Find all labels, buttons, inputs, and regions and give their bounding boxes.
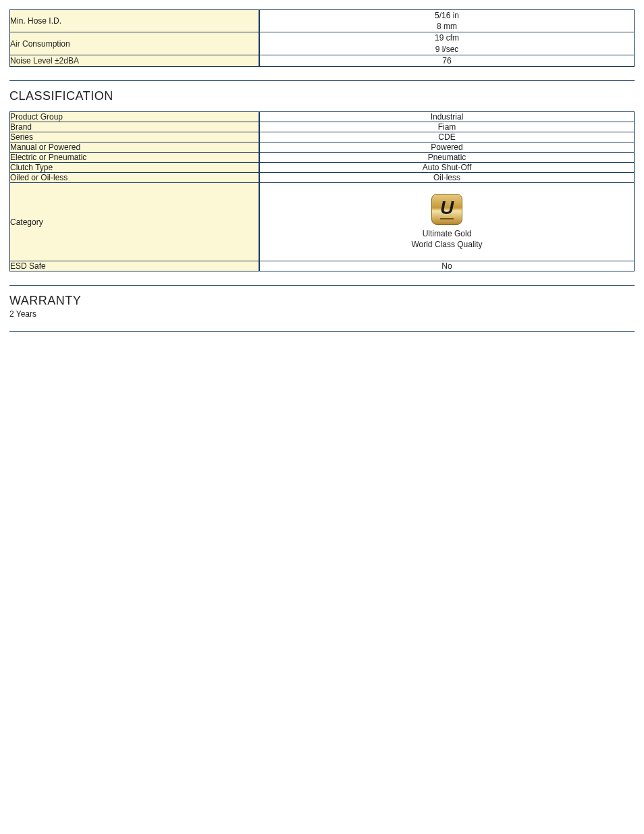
badge-caption-line: Ultimate Gold — [411, 229, 482, 240]
table-row: CategoryUUltimate GoldWorld Class Qualit… — [9, 183, 635, 261]
warranty-text: 2 Years — [9, 309, 635, 319]
spec-value-line: 19 cfm — [260, 32, 634, 43]
spec-label: Min. Hose I.D. — [9, 9, 259, 32]
classification-label: Electric or Pneumatic — [9, 153, 259, 163]
table-row: Min. Hose I.D.5/16 in8 mm — [9, 9, 635, 32]
classification-label: Series — [9, 132, 259, 142]
spec-value-line: 9 l/sec — [260, 44, 634, 55]
classification-value: Oil-less — [259, 173, 635, 183]
classification-label: Product Group — [9, 111, 259, 122]
table-row: Noise Level ±2dBA76 — [9, 55, 635, 67]
badge-letter: U — [440, 199, 454, 219]
table-row: Clutch TypeAuto Shut-Off — [9, 163, 635, 173]
table-row: SeriesCDE — [9, 132, 635, 142]
classification-value: Fiam — [259, 122, 635, 132]
ultimate-gold-icon: U — [431, 194, 462, 225]
classification-label: Manual or Powered — [9, 142, 259, 153]
classification-table: Product GroupIndustrialBrandFiamSeriesCD… — [9, 111, 635, 271]
table-row: BrandFiam — [9, 122, 635, 132]
spec-label: Air Consumption — [9, 32, 259, 55]
spec-value: 19 cfm9 l/sec — [259, 32, 635, 55]
classification-value: Pneumatic — [259, 153, 635, 163]
top-specs-table: Min. Hose I.D.5/16 in8 mmAir Consumption… — [9, 9, 635, 67]
classification-value: UUltimate GoldWorld Class Quality — [259, 183, 635, 261]
table-row: Oiled or Oil-lessOil-less — [9, 173, 635, 183]
badge-caption: Ultimate GoldWorld Class Quality — [411, 229, 482, 250]
table-row: Product GroupIndustrial — [9, 111, 635, 122]
warranty-heading: WARRANTY — [9, 294, 635, 308]
spec-value: 5/16 in8 mm — [259, 9, 635, 32]
warranty-block: WARRANTY 2 Years — [9, 294, 635, 319]
spec-value-line: 76 — [260, 55, 634, 66]
classification-label: ESD Safe — [9, 261, 259, 271]
classification-value: Industrial — [259, 111, 635, 122]
spec-value-line: 8 mm — [260, 21, 634, 32]
classification-value: Auto Shut-Off — [259, 163, 635, 173]
classification-label: Category — [9, 183, 259, 261]
classification-label: Clutch Type — [9, 163, 259, 173]
classification-label: Brand — [9, 122, 259, 132]
classification-heading: CLASSIFICATION — [9, 89, 635, 103]
section-divider — [9, 285, 635, 286]
table-row: Manual or PoweredPowered — [9, 142, 635, 153]
table-row: Electric or PneumaticPneumatic — [9, 153, 635, 163]
table-row: Air Consumption19 cfm9 l/sec — [9, 32, 635, 55]
classification-value: Powered — [259, 142, 635, 153]
classification-label: Oiled or Oil-less — [9, 173, 259, 183]
spec-value-line: 5/16 in — [260, 10, 634, 21]
classification-value: CDE — [259, 132, 635, 142]
spec-label: Noise Level ±2dBA — [9, 55, 259, 67]
section-divider — [9, 80, 635, 81]
table-row: ESD SafeNo — [9, 261, 635, 271]
spec-value: 76 — [259, 55, 635, 67]
classification-value: No — [259, 261, 635, 271]
section-divider — [9, 331, 635, 332]
category-badge-wrap: UUltimate GoldWorld Class Quality — [267, 194, 627, 250]
badge-caption-line: World Class Quality — [411, 240, 482, 251]
